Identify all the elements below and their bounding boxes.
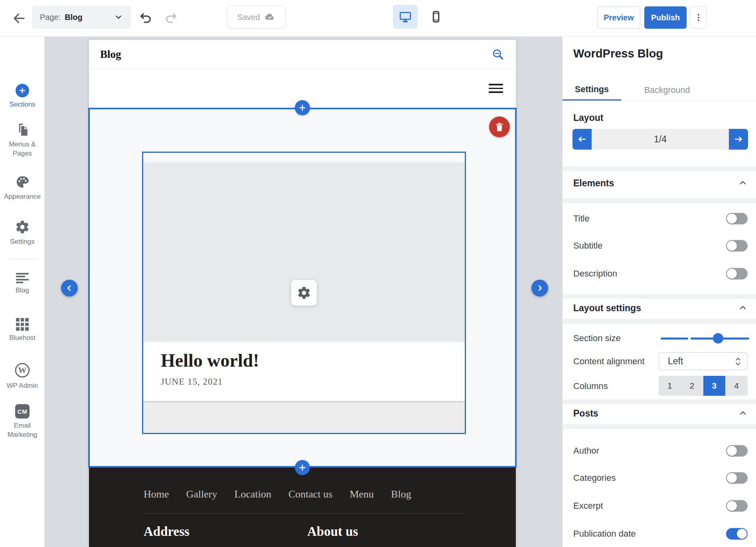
sidebar-item-menus-pages[interactable]: Menus & Pages xyxy=(0,122,45,158)
back-arrow-icon xyxy=(12,11,26,26)
publish-button[interactable]: Publish xyxy=(644,6,687,29)
categories-toggle[interactable] xyxy=(726,472,748,484)
page-label: Page: xyxy=(40,13,61,22)
footer-link-contact[interactable]: Contact us xyxy=(288,488,333,500)
posts-heading: Posts xyxy=(573,408,598,419)
site-page-preview: Blog xyxy=(89,40,516,547)
description-label: Description xyxy=(573,269,617,279)
tab-settings[interactable]: Settings xyxy=(563,80,621,101)
text-lines-icon xyxy=(16,273,29,283)
svg-text:W: W xyxy=(18,365,27,375)
title-label: Title xyxy=(573,213,590,224)
author-toggle[interactable] xyxy=(726,445,748,457)
sidebar-item-sections[interactable]: Sections xyxy=(0,84,45,109)
title-row: Title xyxy=(573,207,748,230)
footer-about-heading: About us xyxy=(307,524,358,539)
layout-heading: Layout xyxy=(573,113,603,123)
cloud-check-icon xyxy=(264,12,275,23)
chevron-up-icon[interactable] xyxy=(738,178,748,188)
chevron-down-icon xyxy=(114,13,123,22)
section-divider xyxy=(563,294,756,299)
section-divider xyxy=(563,424,756,429)
search-icon[interactable] xyxy=(491,47,505,61)
redo-button[interactable] xyxy=(164,11,180,26)
gear-icon xyxy=(297,286,311,300)
post-card-shadow-area xyxy=(143,401,465,433)
sidebar-item-blog[interactable]: Blog xyxy=(0,273,45,295)
publication-date-toggle[interactable] xyxy=(726,528,748,540)
undo-button[interactable] xyxy=(139,11,154,26)
chevron-up-icon[interactable] xyxy=(738,303,748,313)
preview-button[interactable]: Preview xyxy=(597,6,640,29)
wordpress-icon: W xyxy=(14,362,31,379)
widget-settings-button[interactable] xyxy=(291,280,317,306)
content-alignment-label: Content alignment xyxy=(573,356,645,367)
columns-option-1[interactable]: 1 xyxy=(659,376,681,396)
elements-heading: Elements xyxy=(573,178,614,189)
columns-option-4[interactable]: 4 xyxy=(725,376,748,396)
chevron-up-icon[interactable] xyxy=(738,409,748,418)
sidebar-item-email-marketing[interactable]: CM Email Marketing xyxy=(0,404,45,440)
columns-option-3[interactable]: 3 xyxy=(703,376,726,396)
desktop-view-button[interactable] xyxy=(393,5,418,29)
next-section-button[interactable] xyxy=(531,280,548,296)
author-label: Author xyxy=(573,446,599,456)
redo-icon xyxy=(164,12,180,25)
footer-link-gallery[interactable]: Gallery xyxy=(186,488,217,500)
palette-icon xyxy=(15,174,30,190)
selected-blog-section[interactable]: Hello world! JUNE 15, 2021 xyxy=(88,108,517,468)
add-section-below-button[interactable] xyxy=(295,460,310,475)
layout-next-button[interactable] xyxy=(729,129,748,150)
site-footer: Home Gallery Location Contact us Menu Bl… xyxy=(89,468,516,547)
website-builder-screen: Page: Blog Saved xyxy=(0,0,756,547)
top-toolbar: Page: Blog Saved xyxy=(0,0,756,37)
subtitle-toggle[interactable] xyxy=(726,240,748,252)
tab-background[interactable]: Background xyxy=(637,80,697,101)
layout-prev-button[interactable] xyxy=(572,129,592,150)
subtitle-label: Subtitle xyxy=(573,241,602,251)
publication-date-label: Publication date xyxy=(573,529,636,539)
gear-icon xyxy=(15,219,30,235)
add-section-above-button[interactable] xyxy=(295,100,310,115)
sidebar-item-bluehost[interactable]: Bluehost xyxy=(0,318,45,343)
sidebar-item-wp-admin[interactable]: W WP Admin xyxy=(0,362,45,391)
mobile-view-button[interactable] xyxy=(424,5,448,29)
footer-link-location[interactable]: Location xyxy=(235,488,271,500)
page-value: Blog xyxy=(65,13,82,22)
section-divider xyxy=(563,198,756,203)
sidebar-item-appearance[interactable]: Appearance xyxy=(0,174,45,201)
footer-address-heading: Address xyxy=(144,524,189,539)
phone-icon xyxy=(430,10,442,23)
arrow-left-icon xyxy=(577,134,587,144)
delete-section-button[interactable] xyxy=(489,117,510,137)
pages-icon xyxy=(15,122,30,137)
excerpt-toggle[interactable] xyxy=(726,500,748,512)
prev-section-button[interactable] xyxy=(61,280,78,296)
content-alignment-select[interactable]: Left xyxy=(659,352,748,370)
plus-icon xyxy=(298,463,307,472)
site-header: Blog xyxy=(89,40,516,69)
footer-link-home[interactable]: Home xyxy=(144,488,169,500)
page-selector-dropdown[interactable]: Page: Blog xyxy=(32,6,131,29)
hamburger-menu-icon[interactable] xyxy=(489,84,503,93)
layout-settings-heading: Layout settings xyxy=(573,303,641,314)
posts-heading-row: Posts xyxy=(573,404,748,423)
footer-nav: Home Gallery Location Contact us Menu Bl… xyxy=(144,488,411,500)
sidebar-item-settings[interactable]: Settings xyxy=(0,219,45,247)
slider-handle[interactable] xyxy=(713,333,723,344)
panel-tabs: Settings Background xyxy=(563,80,756,101)
footer-link-menu[interactable]: Menu xyxy=(349,488,374,500)
description-toggle[interactable] xyxy=(726,268,748,280)
back-button[interactable] xyxy=(12,11,26,26)
more-options-button[interactable] xyxy=(690,6,707,29)
blog-post-widget[interactable]: Hello world! JUNE 15, 2021 xyxy=(142,152,466,434)
kebab-menu-icon xyxy=(694,12,703,23)
title-toggle[interactable] xyxy=(726,213,748,225)
section-divider xyxy=(563,399,756,404)
columns-option-2[interactable]: 2 xyxy=(681,376,703,396)
footer-link-blog[interactable]: Blog xyxy=(391,488,411,500)
section-size-slider[interactable] xyxy=(661,333,749,344)
layout-stepper: 1/4 xyxy=(572,129,748,150)
left-sidebar: Sections Menus & Pages Appearance Settin… xyxy=(0,37,45,547)
saved-status-button[interactable]: Saved xyxy=(227,6,286,29)
